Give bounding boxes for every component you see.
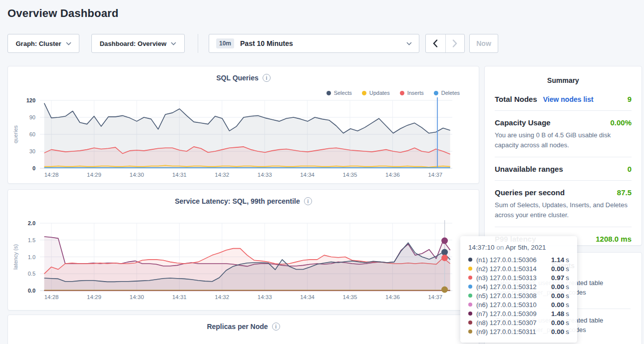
summary-row: Queries per second87.5Sum of Selects, Up… xyxy=(495,181,632,227)
view-nodes-link[interactable]: View nodes list xyxy=(543,95,594,103)
summary-row: Unavailable ranges0 xyxy=(495,157,632,181)
summary-row-description: Sum of Selects, Updates, Inserts, and De… xyxy=(495,200,632,220)
summary-row-label: Queries per second xyxy=(495,188,565,197)
summary-row-label: Unavailable ranges xyxy=(495,165,563,173)
svg-text:1.5: 1.5 xyxy=(28,237,35,243)
tooltip-node-label: (n7) 127.0.0.1:50309 xyxy=(476,310,547,318)
prev-timeframe-button[interactable] xyxy=(426,34,445,52)
svg-text:queries: queries xyxy=(12,125,18,143)
tooltip-node-label: (n6) 127.0.0.1:50310 xyxy=(476,301,547,309)
replicas-title: Replicas per Node i xyxy=(8,315,479,331)
tooltip-node-unit: s xyxy=(566,274,569,282)
time-range-dropdown[interactable]: 10m Past 10 Minutes xyxy=(209,34,419,53)
dashboard-dropdown-label: Dashboard: Overview xyxy=(100,40,167,47)
tooltip-row: (n4) 127.0.0.1:503120.00s xyxy=(468,282,569,291)
tooltip-row: (n1) 127.0.0.1:503061.14s xyxy=(468,255,569,264)
svg-text:14:31: 14:31 xyxy=(172,294,187,300)
chevron-down-icon xyxy=(406,42,412,45)
sql-queries-panel: SQL Queries i SelectsUpdatesInsertsDelet… xyxy=(7,66,479,184)
svg-text:14:29: 14:29 xyxy=(87,172,101,178)
tooltip-node-label: (n8) 127.0.0.1:50307 xyxy=(476,319,547,327)
chart-tooltip: 14:37:10 on Apr 5th, 2021 (n1) 127.0.0.1… xyxy=(460,236,577,343)
legend-dot xyxy=(326,91,331,95)
service-latency-panel: Service Latency: SQL, 99th percentile i … xyxy=(7,189,479,311)
chevron-left-icon xyxy=(433,39,438,47)
service-latency-chart[interactable]: 0.00.51.01.52.014:2814:2914:3014:3114:32… xyxy=(9,210,479,310)
tooltip-node-label: (n3) 127.0.0.1:50313 xyxy=(476,274,547,282)
info-icon[interactable]: i xyxy=(272,323,280,331)
tooltip-node-value: 0.00s xyxy=(551,283,569,291)
svg-text:14:30: 14:30 xyxy=(130,294,144,300)
svg-text:90: 90 xyxy=(29,114,35,120)
chevron-down-icon xyxy=(66,42,71,45)
tooltip-node-value: 1.14s xyxy=(551,256,569,264)
summary-rows: Total NodesView nodes list9Capacity Usag… xyxy=(485,87,642,250)
summary-row-value: 1208.0 ms xyxy=(596,235,632,243)
tooltip-node-unit: s xyxy=(566,328,569,336)
summary-row: Total NodesView nodes list9 xyxy=(495,87,632,111)
summary-title: Summary xyxy=(485,66,642,87)
tooltip-date: Apr 5th, 2021 xyxy=(505,244,546,251)
summary-row-value: 9 xyxy=(628,95,632,103)
svg-text:latency (s): latency (s) xyxy=(12,244,18,270)
legend-dot xyxy=(362,91,366,95)
chart-title-text: Replicas per Node xyxy=(207,323,268,331)
svg-text:14:33: 14:33 xyxy=(258,172,272,178)
tooltip-row: (n9) 127.0.0.1:503110.00s xyxy=(468,327,569,336)
tooltip-node-unit: s xyxy=(566,292,569,300)
svg-text:14:33: 14:33 xyxy=(258,294,272,300)
graph-dropdown[interactable]: Graph: Cluster xyxy=(7,34,79,53)
timeframe-arrows xyxy=(425,34,465,53)
time-range-label: Past 10 Minutes xyxy=(240,39,293,47)
svg-text:14:37: 14:37 xyxy=(428,294,442,300)
svg-text:120: 120 xyxy=(26,97,35,103)
node-color-dot xyxy=(468,321,472,325)
summary-panel: Summary Total NodesView nodes list9Capac… xyxy=(484,66,642,246)
time-range-badge: 10m xyxy=(216,38,234,48)
summary-row-value: 87.5 xyxy=(617,188,632,197)
svg-text:0.0: 0.0 xyxy=(28,288,35,294)
toolbar-divider xyxy=(198,34,198,53)
svg-text:14:34: 14:34 xyxy=(300,172,315,178)
svg-text:2.0: 2.0 xyxy=(28,220,35,226)
summary-row-label: Total Nodes xyxy=(495,95,537,103)
legend-dot xyxy=(434,91,438,95)
sql-queries-chart[interactable]: 030609012014:2814:2914:3014:3114:3214:33… xyxy=(9,95,479,181)
svg-text:14:35: 14:35 xyxy=(343,172,357,178)
svg-text:14:30: 14:30 xyxy=(130,172,144,178)
tooltip-node-label: (n1) 127.0.0.1:50306 xyxy=(476,256,547,264)
summary-row-description: You are using 0 B of 4.5 GiB usable disk… xyxy=(495,130,632,150)
svg-text:14:36: 14:36 xyxy=(385,294,400,300)
info-icon[interactable]: i xyxy=(263,74,271,82)
tooltip-node-value: 0.00s xyxy=(551,328,569,336)
tooltip-timestamp: 14:37:10 on Apr 5th, 2021 xyxy=(468,244,569,251)
node-color-dot xyxy=(468,276,472,280)
chevron-right-icon xyxy=(452,39,457,47)
summary-row-value: 0.00% xyxy=(610,118,632,127)
tooltip-node-value: 0.00s xyxy=(551,265,569,273)
tooltip-row: (n3) 127.0.0.1:503130.97s xyxy=(468,273,569,282)
svg-text:14:36: 14:36 xyxy=(385,172,400,178)
node-color-dot xyxy=(468,267,472,271)
svg-text:1.0: 1.0 xyxy=(28,254,35,260)
node-color-dot xyxy=(468,258,472,262)
summary-row-value: 0 xyxy=(628,165,632,173)
tooltip-node-value: 0.00s xyxy=(551,292,569,300)
tooltip-row: (n7) 127.0.0.1:503091.48s xyxy=(468,309,569,318)
tooltip-row: (n6) 127.0.0.1:503100.00s xyxy=(468,300,569,309)
chart-title-text: Service Latency: SQL, 99th percentile xyxy=(175,197,300,205)
tooltip-rows: (n1) 127.0.0.1:503061.14s(n2) 127.0.0.1:… xyxy=(468,255,569,336)
page-title: Overview Dashboard xyxy=(7,7,118,20)
tooltip-node-value: 0.00s xyxy=(551,301,569,309)
next-timeframe-button[interactable] xyxy=(445,34,465,52)
chevron-down-icon xyxy=(171,42,176,45)
info-icon[interactable]: i xyxy=(304,197,312,205)
now-button[interactable]: Now xyxy=(469,34,498,53)
tooltip-node-unit: s xyxy=(566,301,569,309)
tooltip-row: (n8) 127.0.0.1:503070.00s xyxy=(468,318,569,327)
svg-text:14:32: 14:32 xyxy=(215,294,229,300)
tooltip-node-label: (n4) 127.0.0.1:50312 xyxy=(476,283,547,291)
dashboard-dropdown[interactable]: Dashboard: Overview xyxy=(91,34,185,53)
svg-text:14:28: 14:28 xyxy=(44,294,59,300)
tooltip-node-label: (n2) 127.0.0.1:50314 xyxy=(476,265,547,273)
